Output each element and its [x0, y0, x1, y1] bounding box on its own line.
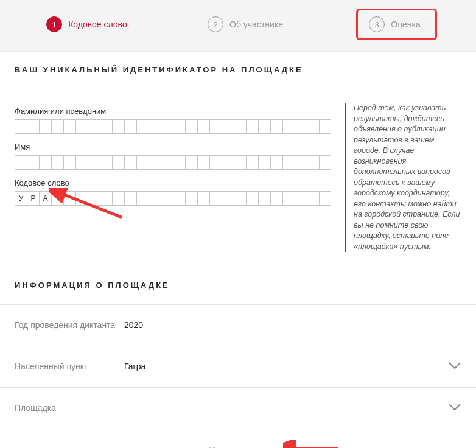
input-cell[interactable]: [209, 119, 222, 134]
step-3-grade[interactable]: 3 Оценка: [356, 9, 437, 40]
input-cell[interactable]: [258, 155, 270, 170]
input-cell[interactable]: [197, 155, 209, 170]
venue-section-title: ИНФОРМАЦИЯ О ПЛОЩАДКЕ: [15, 281, 461, 290]
venue-section-header: ИНФОРМАЦИЯ О ПЛОЩАДКЕ: [0, 267, 476, 305]
input-cell[interactable]: [149, 191, 161, 206]
input-cell[interactable]: [136, 155, 149, 170]
input-cell[interactable]: [295, 155, 307, 170]
input-cell[interactable]: [100, 191, 112, 206]
input-cell[interactable]: [173, 119, 185, 134]
input-cell[interactable]: [234, 119, 246, 134]
input-cell[interactable]: [209, 155, 222, 170]
input-cell[interactable]: [234, 191, 246, 206]
step-3-number: 3: [369, 16, 385, 32]
input-cell[interactable]: [270, 119, 282, 134]
input-cell[interactable]: [222, 155, 234, 170]
input-cell[interactable]: [124, 191, 136, 206]
input-cell[interactable]: [51, 191, 63, 206]
input-cell[interactable]: [149, 155, 161, 170]
input-cell[interactable]: [270, 155, 282, 170]
identifier-block: Фамилия или псевдоним Имя Кодовое слово …: [0, 89, 476, 267]
input-cell[interactable]: [63, 119, 75, 134]
input-cell[interactable]: [282, 155, 295, 170]
input-cell[interactable]: [173, 191, 185, 206]
input-cell[interactable]: [15, 155, 27, 170]
input-cell[interactable]: [100, 119, 112, 134]
surname-field: Фамилия или псевдоним: [15, 107, 331, 134]
input-cell[interactable]: [39, 119, 51, 134]
input-cell[interactable]: [197, 119, 209, 134]
input-cell[interactable]: [149, 119, 161, 134]
input-cell[interactable]: [222, 119, 234, 134]
input-cell[interactable]: [307, 191, 319, 206]
input-cell[interactable]: [185, 191, 197, 206]
input-cell[interactable]: [222, 191, 234, 206]
input-cell[interactable]: [270, 191, 282, 206]
step-2-participant[interactable]: 2 Об участнике: [200, 13, 290, 36]
name-input[interactable]: [15, 155, 331, 170]
input-cell[interactable]: [161, 119, 173, 134]
input-cell[interactable]: [112, 155, 124, 170]
input-cell[interactable]: [27, 119, 39, 134]
input-cell[interactable]: [282, 119, 295, 134]
annotation-arrow-continue: [283, 440, 344, 448]
input-cell[interactable]: У: [15, 191, 27, 206]
city-row[interactable]: Населенный пункт Гагра: [0, 346, 476, 388]
input-cell[interactable]: [63, 155, 75, 170]
input-cell[interactable]: [246, 155, 258, 170]
input-cell[interactable]: [88, 155, 100, 170]
year-label: Год проведения диктанта: [15, 320, 118, 331]
input-cell[interactable]: [295, 191, 307, 206]
input-cell[interactable]: [161, 191, 173, 206]
place-row[interactable]: Площадка: [0, 388, 476, 429]
year-row: Год проведения диктанта 2020: [0, 305, 476, 346]
input-cell[interactable]: [75, 191, 88, 206]
input-cell[interactable]: [124, 155, 136, 170]
input-cell[interactable]: [185, 119, 197, 134]
input-cell[interactable]: [161, 155, 173, 170]
input-cell[interactable]: [15, 119, 27, 134]
input-cell[interactable]: [136, 191, 149, 206]
input-cell[interactable]: [136, 119, 149, 134]
input-cell[interactable]: [100, 155, 112, 170]
input-cell[interactable]: [63, 191, 75, 206]
input-cell[interactable]: [209, 191, 222, 206]
input-cell[interactable]: [112, 119, 124, 134]
input-cell[interactable]: [51, 119, 63, 134]
codeword-input[interactable]: УРА: [15, 191, 331, 206]
input-cell[interactable]: [51, 155, 63, 170]
input-cell[interactable]: [319, 191, 331, 206]
chevron-down-icon: [448, 362, 461, 372]
input-cell[interactable]: [307, 155, 319, 170]
input-cell[interactable]: [88, 119, 100, 134]
input-cell[interactable]: [27, 155, 39, 170]
input-cell[interactable]: [246, 191, 258, 206]
input-cell[interactable]: [39, 155, 51, 170]
identifier-section-title: ВАШ УНИКАЛЬНЫЙ ИДЕНТИФИКАТОР НА ПЛОЩАДКЕ: [15, 65, 461, 74]
input-cell[interactable]: [295, 119, 307, 134]
input-cell[interactable]: [246, 119, 258, 134]
step-1-codeword[interactable]: 1 Кодовое слово: [39, 13, 135, 36]
surname-input[interactable]: [15, 119, 331, 134]
input-cell[interactable]: [124, 119, 136, 134]
input-cell[interactable]: [88, 191, 100, 206]
input-cell[interactable]: [75, 119, 88, 134]
input-cell[interactable]: [197, 191, 209, 206]
input-cell[interactable]: [75, 155, 88, 170]
input-cell[interactable]: [185, 155, 197, 170]
input-cell[interactable]: [319, 155, 331, 170]
continue-button[interactable]: Продолжить: [0, 429, 476, 448]
input-cell[interactable]: Р: [27, 191, 39, 206]
step-2-number: 2: [208, 16, 223, 32]
city-value: Гагра: [118, 362, 448, 371]
input-cell[interactable]: [258, 191, 270, 206]
input-cell[interactable]: [112, 191, 124, 206]
input-cell[interactable]: [319, 119, 331, 134]
input-cell[interactable]: [173, 155, 185, 170]
input-cell[interactable]: [307, 119, 319, 134]
continue-label: Продолжить: [208, 445, 267, 448]
input-cell[interactable]: [258, 119, 270, 134]
input-cell[interactable]: [282, 191, 295, 206]
input-cell[interactable]: А: [39, 191, 51, 206]
input-cell[interactable]: [234, 155, 246, 170]
